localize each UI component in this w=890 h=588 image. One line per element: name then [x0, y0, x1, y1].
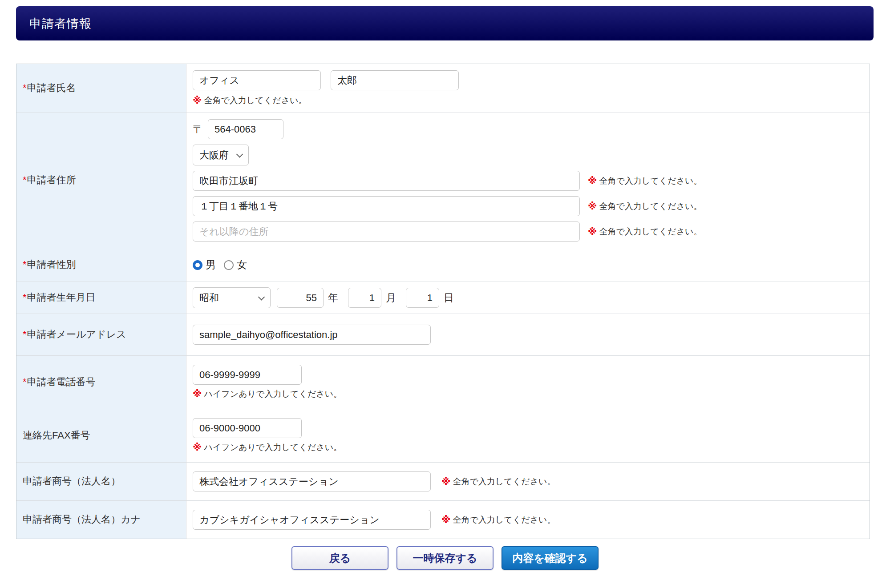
- field-applicant-phone: ※ハイフンありで入力してください。: [186, 356, 870, 409]
- prefecture-select[interactable]: 大阪府: [193, 145, 249, 165]
- email-input[interactable]: [193, 325, 431, 345]
- field-company-name-kana: ※全角で入力してください。: [186, 501, 870, 539]
- field-applicant-address: 〒 大阪府 ※全角で入力してください。: [186, 113, 870, 248]
- gender-male-label: 男: [206, 258, 216, 272]
- name-note: ※全角で入力してください。: [193, 95, 861, 106]
- gender-male-radio[interactable]: [193, 260, 202, 270]
- applicant-form: *申請者氏名 ※全角で入力してください。 *申請者住所 〒: [16, 64, 870, 539]
- field-applicant-birthdate: 昭和 年 月 日: [186, 282, 870, 314]
- field-applicant-gender: 男 女: [186, 248, 870, 282]
- row-applicant-email: *申請者メールアドレス: [16, 314, 870, 356]
- birth-month-input[interactable]: [348, 288, 381, 308]
- row-applicant-phone: *申請者電話番号 ※ハイフンありで入力してください。: [16, 356, 870, 409]
- phone-input[interactable]: [193, 365, 302, 385]
- birth-year-input[interactable]: [277, 288, 324, 308]
- address-note-3: ※全角で入力してください。: [588, 226, 702, 238]
- back-button[interactable]: 戻る: [291, 546, 388, 570]
- address-block-input[interactable]: [193, 196, 580, 216]
- label-applicant-name: *申請者氏名: [16, 64, 186, 113]
- era-select[interactable]: 昭和: [193, 287, 271, 308]
- label-applicant-gender: *申請者性別: [16, 248, 186, 282]
- birth-day-input[interactable]: [406, 288, 439, 308]
- label-applicant-birthdate: *申請者生年月日: [16, 282, 186, 314]
- note-mark: ※: [441, 476, 450, 487]
- required-asterisk: *: [23, 376, 27, 387]
- note-mark: ※: [193, 95, 202, 106]
- action-buttons: 戻る 一時保存する 内容を確認する: [0, 546, 890, 570]
- note-mark: ※: [441, 515, 450, 525]
- postal-code-input[interactable]: [208, 119, 283, 139]
- label-company-name: 申請者商号（法人名）: [16, 463, 186, 500]
- section-header: 申請者情報: [16, 6, 874, 40]
- fax-input[interactable]: [193, 418, 302, 438]
- label-company-name-kana: 申請者商号（法人名）カナ: [16, 501, 186, 539]
- row-contact-fax: 連絡先FAX番号 ※ハイフンありで入力してください。: [16, 409, 870, 463]
- field-applicant-name: ※全角で入力してください。: [186, 64, 870, 113]
- row-applicant-gender: *申請者性別 男 女: [16, 248, 870, 282]
- last-name-input[interactable]: [193, 70, 321, 90]
- label-applicant-phone: *申請者電話番号: [16, 356, 186, 409]
- note-mark: ※: [588, 226, 597, 237]
- save-draft-button[interactable]: 一時保存する: [396, 546, 494, 570]
- phone-note: ※ハイフンありで入力してください。: [193, 388, 861, 400]
- postal-mark: 〒: [193, 122, 203, 137]
- row-applicant-birthdate: *申請者生年月日 昭和 年 月 日: [16, 282, 870, 314]
- day-unit: 日: [444, 291, 454, 305]
- label-applicant-email: *申請者メールアドレス: [16, 314, 186, 355]
- row-company-name: 申請者商号（法人名） ※全角で入力してください。: [16, 463, 870, 501]
- first-name-input[interactable]: [331, 70, 459, 90]
- company-kana-note: ※全角で入力してください。: [441, 514, 556, 526]
- confirm-button[interactable]: 内容を確認する: [502, 546, 599, 570]
- required-asterisk: *: [23, 292, 27, 303]
- field-applicant-email: [186, 314, 870, 355]
- required-asterisk: *: [23, 174, 27, 185]
- company-note: ※全角で入力してください。: [441, 476, 556, 487]
- address-rest-input[interactable]: [193, 222, 580, 242]
- note-mark: ※: [193, 442, 202, 453]
- row-applicant-address: *申請者住所 〒 大阪府: [16, 113, 870, 248]
- gender-female-radio[interactable]: [224, 260, 234, 270]
- page-title: 申請者情報: [29, 16, 92, 32]
- row-company-name-kana: 申請者商号（法人名）カナ ※全角で入力してください。: [16, 501, 870, 539]
- note-mark: ※: [193, 389, 202, 399]
- required-asterisk: *: [23, 259, 27, 270]
- address-note-2: ※全角で入力してください。: [588, 201, 702, 212]
- address-note-1: ※全角で入力してください。: [588, 175, 702, 187]
- note-mark: ※: [588, 201, 597, 212]
- month-unit: 月: [386, 291, 396, 305]
- year-unit: 年: [328, 291, 338, 305]
- company-name-kana-input[interactable]: [193, 510, 431, 530]
- fax-note: ※ハイフンありで入力してください。: [193, 442, 861, 453]
- note-mark: ※: [588, 176, 597, 186]
- field-company-name: ※全角で入力してください。: [186, 463, 870, 500]
- required-asterisk: *: [23, 82, 27, 93]
- field-contact-fax: ※ハイフンありで入力してください。: [186, 409, 870, 462]
- label-applicant-address: *申請者住所: [16, 113, 186, 248]
- row-applicant-name: *申請者氏名 ※全角で入力してください。: [16, 64, 870, 113]
- address-city-input[interactable]: [193, 171, 580, 191]
- gender-female-label: 女: [237, 258, 247, 272]
- required-asterisk: *: [23, 329, 27, 340]
- label-contact-fax: 連絡先FAX番号: [16, 409, 186, 462]
- company-name-input[interactable]: [193, 471, 431, 491]
